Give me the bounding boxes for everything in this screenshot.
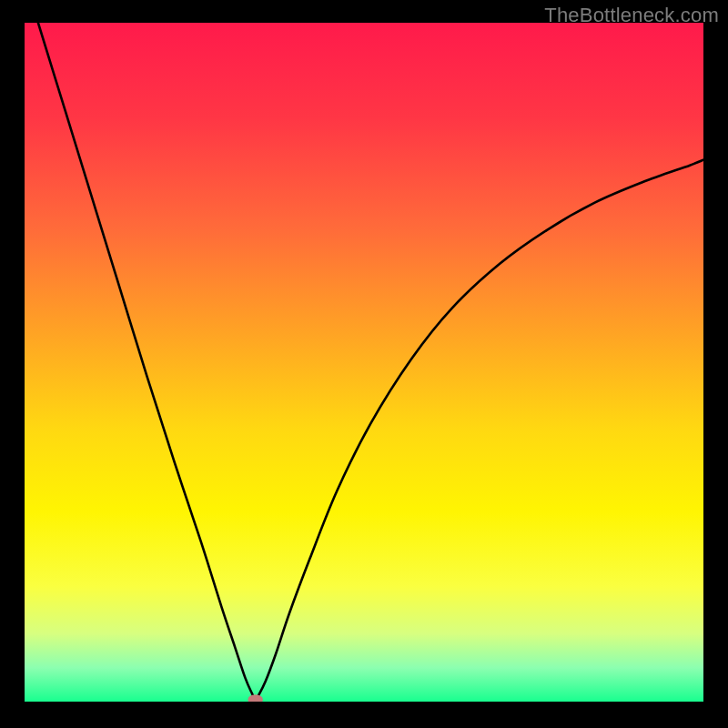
chart-frame — [25, 23, 703, 705]
chart-plot — [25, 23, 703, 702]
chart-background — [25, 23, 703, 702]
